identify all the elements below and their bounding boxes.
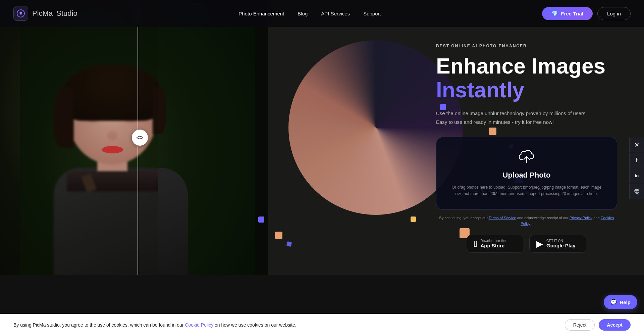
- nav-blog[interactable]: Blog: [298, 11, 308, 16]
- social-sidebar: ✕ f in 👽: [629, 138, 644, 199]
- upload-cloud-icon: [450, 149, 603, 167]
- apple-icon: : [474, 239, 477, 249]
- login-button[interactable]: Log in: [597, 7, 631, 20]
- app-buttons:  Download on the App Store ▶ GET IT ON …: [436, 235, 617, 253]
- lips: [102, 146, 123, 153]
- hero-subtitle: BEST ONLINE AI PHOTO ENHANCER: [436, 44, 617, 48]
- nav-photo-enhancement[interactable]: Photo Enhancement: [238, 11, 284, 16]
- upload-box[interactable]: Upload Photo Or drag photos here to uplo…: [436, 137, 617, 209]
- logo-svg: [16, 9, 25, 18]
- app-store-big-text: App Store: [481, 243, 506, 248]
- navbar: PicMa Studio Photo Enhancement Blog API …: [0, 0, 644, 27]
- app-store-small-text: Download on the: [481, 239, 506, 243]
- terms-of-service-link[interactable]: Terms of Service: [489, 215, 516, 220]
- blur-overlay: [20, 27, 158, 275]
- linkedin-button[interactable]: in: [629, 169, 644, 183]
- svg-point-1: [20, 12, 22, 14]
- hero-description: Use the online image unblur technology p…: [436, 109, 590, 126]
- nav-support[interactable]: Support: [363, 11, 381, 16]
- hero-heading: Enhance Images Instantly: [436, 55, 617, 102]
- free-trial-label: Free Trial: [561, 11, 583, 16]
- hero-title-line2: Instantly: [436, 78, 617, 102]
- hero-title-line1: Enhance Images: [436, 54, 605, 78]
- logo-brand: PicMa: [32, 9, 53, 17]
- nav-actions: 💎 Free Trial Log in: [542, 7, 631, 20]
- google-play-text: GET IT ON Google Play: [546, 239, 576, 248]
- facebook-button[interactable]: f: [629, 153, 644, 168]
- diamond-icon: 💎: [551, 10, 558, 17]
- terms-suffix: .: [532, 222, 533, 226]
- free-trial-button[interactable]: 💎 Free Trial: [542, 7, 593, 20]
- privacy-policy-link[interactable]: Privacy Policy: [570, 215, 592, 220]
- cloud-upload-svg: [518, 149, 535, 163]
- upload-description: Or drag photos here to upload. Support b…: [450, 184, 603, 197]
- drag-handle[interactable]: <>: [132, 130, 148, 146]
- play-store-icon: ▶: [536, 239, 543, 249]
- terms-prefix: By continuing, you accept our: [439, 215, 489, 220]
- google-play-button[interactable]: ▶ GET IT ON Google Play: [529, 235, 586, 253]
- upload-title: Upload Photo: [450, 171, 603, 180]
- app-store-text: Download on the App Store: [481, 239, 506, 248]
- terms-text: By continuing, you accept our Terms of S…: [436, 215, 617, 227]
- nav-links: Photo Enhancement Blog API Services Supp…: [238, 11, 381, 16]
- logo-sub: Studio: [56, 9, 77, 17]
- logo-text: PicMa Studio: [32, 9, 77, 18]
- reddit-button[interactable]: 👽: [629, 184, 644, 199]
- twitter-button[interactable]: ✕: [629, 138, 644, 152]
- google-play-big-text: Google Play: [546, 243, 576, 248]
- google-play-small-text: GET IT ON: [546, 239, 576, 243]
- app-store-button[interactable]:  Download on the App Store: [467, 235, 524, 253]
- hero-content: BEST ONLINE AI PHOTO ENHANCER Enhance Im…: [436, 44, 617, 253]
- nav-api-services[interactable]: API Services: [321, 11, 350, 16]
- logo-link[interactable]: PicMa Studio: [13, 6, 77, 21]
- logo-icon: [13, 6, 28, 21]
- terms-and: and: [593, 215, 600, 220]
- terms-middle: and acknowledge receipt of our: [517, 215, 570, 220]
- drag-arrows-icon: <>: [136, 134, 143, 141]
- hero-section: <> BEST ONLINE AI PHOTO ENHANCER Enhance…: [0, 0, 644, 275]
